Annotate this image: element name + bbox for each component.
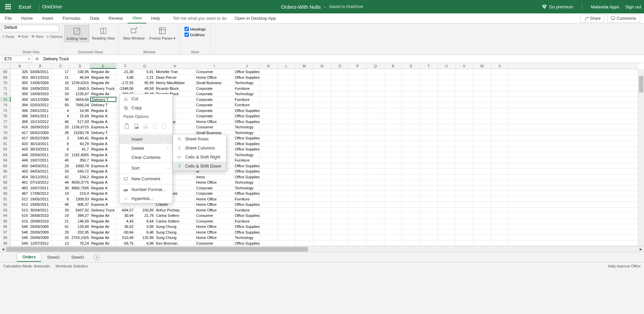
cell[interactable]: 100,95 <box>70 69 90 74</box>
cell[interactable] <box>473 97 491 102</box>
cell[interactable]: -172,55 <box>116 80 135 85</box>
row-header[interactable]: 94 <box>0 213 11 218</box>
cell[interactable]: 386 <box>11 113 29 119</box>
cell[interactable] <box>402 196 420 202</box>
col-header-U[interactable]: U <box>438 63 455 69</box>
row-header[interactable]: 84 <box>0 158 11 163</box>
cell[interactable] <box>296 191 313 196</box>
cell[interactable]: Home Office <box>195 196 234 202</box>
cell[interactable] <box>331 91 349 97</box>
cell[interactable] <box>455 102 473 108</box>
cell[interactable] <box>473 230 491 235</box>
cell[interactable] <box>313 235 331 240</box>
cell[interactable] <box>384 102 402 108</box>
cell[interactable] <box>296 163 313 169</box>
cell[interactable] <box>438 152 455 158</box>
cell[interactable] <box>260 218 278 224</box>
cell[interactable] <box>349 207 367 213</box>
cell[interactable] <box>313 191 331 196</box>
cell[interactable] <box>384 213 402 218</box>
cell[interactable] <box>473 113 491 119</box>
cell[interactable] <box>331 191 349 196</box>
cell[interactable]: Technology <box>234 80 260 85</box>
cell[interactable]: 548 <box>11 230 29 235</box>
cell[interactable]: 7666,04 <box>70 102 90 108</box>
cell[interactable] <box>296 97 313 102</box>
share-button[interactable]: Share <box>580 14 604 22</box>
cell[interactable] <box>402 235 420 240</box>
cell[interactable]: 41 <box>52 224 70 229</box>
cell[interactable]: 417 <box>11 130 29 135</box>
cell[interactable] <box>438 75 455 80</box>
cell[interactable] <box>438 218 455 224</box>
cell[interactable] <box>367 230 384 235</box>
col-header-E[interactable]: E <box>90 63 116 69</box>
cell[interactable]: Carlos Soltero <box>155 213 195 218</box>
cell[interactable]: 358 <box>11 86 29 91</box>
cell[interactable] <box>384 185 402 191</box>
sheet-tab-orders[interactable]: Orders <box>17 253 41 262</box>
cell[interactable] <box>260 91 278 97</box>
cell[interactable] <box>420 230 438 235</box>
cell[interactable]: Ken Brennan <box>155 241 195 246</box>
cell[interactable] <box>313 207 331 213</box>
cell[interactable] <box>420 69 438 74</box>
cell[interactable]: 6,48 <box>135 230 155 235</box>
cell[interactable] <box>296 91 313 97</box>
cell[interactable]: Arthur Prichep <box>155 207 195 213</box>
col-header-J[interactable]: J <box>234 63 260 69</box>
cell[interactable] <box>313 218 331 224</box>
cell[interactable]: 85,99 <box>135 80 155 85</box>
cell[interactable]: Office Supplies <box>234 202 260 207</box>
cell[interactable] <box>260 180 278 185</box>
cell[interactable] <box>313 91 331 97</box>
cell[interactable]: 04/03/2011 <box>29 163 52 169</box>
cell[interactable] <box>367 207 384 213</box>
cell[interactable]: Home Office <box>195 207 234 213</box>
cell[interactable] <box>491 108 509 113</box>
cell[interactable]: Office Supplies <box>234 191 260 196</box>
cell[interactable] <box>278 86 296 91</box>
cell[interactable] <box>367 75 384 80</box>
cell[interactable] <box>296 180 313 185</box>
editing-view-button[interactable]: Editing View <box>64 25 89 42</box>
cell[interactable] <box>455 141 473 146</box>
cell[interactable] <box>296 202 313 207</box>
cell[interactable] <box>473 235 491 240</box>
cell[interactable]: 1235,87 <box>70 91 90 97</box>
cell[interactable] <box>384 135 402 141</box>
cell[interactable] <box>402 191 420 196</box>
row-header[interactable]: 93 <box>0 207 11 213</box>
cell[interactable]: Corporate <box>195 86 234 91</box>
cell[interactable]: 20/08/2011 <box>29 152 52 158</box>
tab-insert[interactable]: Insert <box>38 13 58 23</box>
cell[interactable] <box>384 196 402 202</box>
cell[interactable] <box>402 130 420 135</box>
cell[interactable]: 487 <box>11 191 29 196</box>
cell[interactable] <box>313 124 331 130</box>
cell[interactable] <box>313 180 331 185</box>
cell[interactable] <box>367 97 384 102</box>
cell[interactable] <box>278 224 296 229</box>
cell[interactable] <box>473 141 491 146</box>
cell[interactable] <box>367 152 384 158</box>
cell[interactable] <box>331 75 349 80</box>
cell[interactable] <box>367 224 384 229</box>
cell[interactable]: Regular Air <box>90 224 116 229</box>
row-header[interactable]: 99 <box>0 241 11 246</box>
cell[interactable] <box>367 119 384 124</box>
row-header[interactable]: 90 <box>0 191 11 196</box>
cell[interactable] <box>349 241 367 246</box>
cell[interactable] <box>491 180 509 185</box>
cell[interactable] <box>455 213 473 218</box>
cell[interactable] <box>473 224 491 229</box>
cell[interactable] <box>491 185 509 191</box>
col-header-B[interactable]: B <box>29 63 52 69</box>
cell[interactable]: Regular A <box>90 113 116 119</box>
cm-delete[interactable]: Delete› <box>119 144 172 153</box>
cell[interactable] <box>491 80 509 85</box>
cell[interactable]: Ricardo Block <box>155 86 195 91</box>
row-header[interactable]: 83 <box>0 152 11 158</box>
cell[interactable] <box>278 141 296 146</box>
cell[interactable]: Consumer <box>195 213 234 218</box>
